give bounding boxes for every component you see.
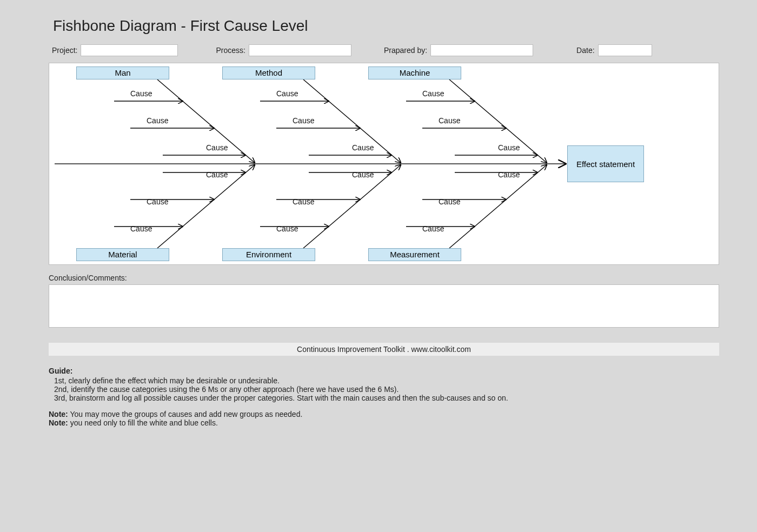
- worksheet: Fishbone Diagram - First Cause Level Pro…: [16, 0, 741, 449]
- cause-label: Cause: [439, 197, 460, 206]
- process-label: Process:: [213, 46, 245, 55]
- cause-label: Cause: [293, 116, 314, 125]
- project-input[interactable]: [81, 44, 178, 56]
- cause-label: Cause: [439, 116, 460, 125]
- category-man[interactable]: Man: [76, 66, 169, 79]
- date-label: Date:: [573, 46, 594, 55]
- conclusion-label: Conclusion/Comments:: [49, 274, 719, 282]
- footer-bar: Continuous Improvement Toolkit . www.cit…: [49, 343, 719, 356]
- prepared-by-label: Prapared by:: [381, 46, 427, 55]
- cause-label: Cause: [147, 197, 168, 206]
- category-machine[interactable]: Machine: [368, 66, 461, 79]
- cause-label: Cause: [147, 116, 168, 125]
- fishbone-diagram: Man Method Machine Material Environment …: [49, 63, 719, 265]
- category-environment[interactable]: Environment: [222, 248, 315, 261]
- note-line: Note: you need only to fill the white an…: [49, 418, 719, 427]
- category-measurement[interactable]: Measurement: [368, 248, 461, 261]
- guide-section: Guide: 1st, clearly define the effect wh…: [49, 367, 719, 402]
- guide-step: 2nd, identify the cause categories using…: [54, 385, 719, 394]
- notes-section: Note: You may move the groups of causes …: [49, 410, 719, 427]
- cause-label: Cause: [293, 197, 314, 206]
- cause-label: Cause: [206, 143, 228, 152]
- effect-statement[interactable]: Effect statement: [567, 145, 644, 182]
- guide-step: 1st, clearly define the effect which may…: [54, 376, 719, 385]
- process-input[interactable]: [249, 44, 351, 56]
- guide-step: 3rd, brainstorm and log all possible cau…: [54, 394, 719, 402]
- cause-label: Cause: [130, 224, 152, 233]
- cause-label: Cause: [206, 170, 228, 179]
- form-row: Project: Process: Prapared by: Date:: [49, 44, 719, 56]
- date-input[interactable]: [598, 44, 652, 56]
- project-label: Project:: [49, 46, 77, 55]
- cause-label: Cause: [498, 143, 520, 152]
- guide-heading: Guide:: [49, 367, 719, 375]
- cause-label: Cause: [422, 89, 444, 98]
- cause-label: Cause: [422, 224, 444, 233]
- category-material[interactable]: Material: [76, 248, 169, 261]
- note-line: Note: You may move the groups of causes …: [49, 410, 719, 418]
- cause-label: Cause: [276, 224, 298, 233]
- cause-label: Cause: [498, 170, 520, 179]
- cause-label: Cause: [130, 89, 152, 98]
- category-method[interactable]: Method: [222, 66, 315, 79]
- page-title: Fishbone Diagram - First Cause Level: [49, 16, 719, 36]
- conclusion-box[interactable]: [49, 284, 719, 328]
- cause-label: Cause: [276, 89, 298, 98]
- cause-label: Cause: [352, 143, 374, 152]
- cause-label: Cause: [352, 170, 374, 179]
- prepared-by-input[interactable]: [430, 44, 533, 56]
